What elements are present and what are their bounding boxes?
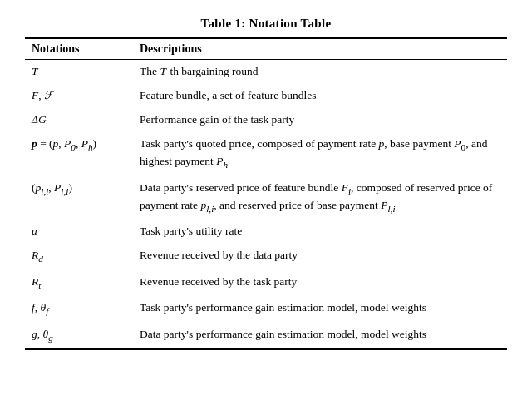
- notation-value: ΔG: [32, 113, 47, 126]
- description-cell: Task party's utility rate: [133, 220, 507, 244]
- description-cell: Performance gain of the task party: [133, 108, 507, 132]
- notation-cell: f, θf: [25, 296, 133, 322]
- notation-cell: F, ℱ: [25, 84, 133, 108]
- description-cell: Revenue received by the task party: [133, 270, 507, 296]
- notation-cell: Rd: [25, 244, 133, 269]
- description-cell: Revenue received by the data party: [133, 244, 507, 269]
- table-row: ΔG Performance gain of the task party: [25, 108, 507, 132]
- table-row: g, θg Data party's performance gain esti…: [25, 323, 507, 349]
- col-header-description: Descriptions: [133, 38, 507, 60]
- table-row: f, θf Task party's performance gain esti…: [25, 296, 507, 322]
- notation-cell: p = (p, P0, Ph): [25, 132, 133, 176]
- notation-value: F: [32, 89, 38, 101]
- notation-cell: g, θg: [25, 323, 133, 349]
- table-row: p = (p, P0, Ph) Task party's quoted pric…: [25, 132, 507, 176]
- description-cell: The T-th bargaining round: [133, 60, 507, 84]
- table-row: T The T-th bargaining round: [25, 60, 507, 84]
- notation-value-2: ℱ: [44, 89, 53, 101]
- description-cell: Data party's reserved price of feature b…: [133, 176, 507, 220]
- table-title: Table 1: Notation Table: [25, 17, 507, 31]
- notation-value: R: [32, 249, 38, 261]
- description-cell: Data party's performance gain estimation…: [133, 323, 507, 349]
- description-cell: Feature bundle, a set of feature bundles: [133, 84, 507, 108]
- table-row: Rd Revenue received by the data party: [25, 244, 507, 269]
- notation-cell: T: [25, 60, 133, 84]
- notation-value: u: [32, 225, 37, 237]
- notation-cell: ΔG: [25, 108, 133, 132]
- notation-cell: (pl,i, Pl,i): [25, 176, 133, 220]
- table-container: Table 1: Notation Table Notations Descri…: [25, 17, 507, 350]
- table-row: (pl,i, Pl,i) Data party's reserved price…: [25, 176, 507, 220]
- notation-cell: Rt: [25, 270, 133, 296]
- notation-value: T: [32, 65, 38, 77]
- description-cell: Task party's quoted price, composed of p…: [133, 132, 507, 176]
- notation-table: Notations Descriptions T The T-th bargai…: [25, 37, 507, 350]
- notation-value: R: [32, 275, 38, 288]
- col-header-notation: Notations: [25, 38, 133, 60]
- table-row: u Task party's utility rate: [25, 220, 507, 244]
- notation-value: g: [32, 328, 37, 340]
- notation-value: p: [32, 137, 37, 150]
- table-row: F, ℱ Feature bundle, a set of feature bu…: [25, 84, 507, 108]
- table-row: Rt Revenue received by the task party: [25, 270, 507, 296]
- notation-cell: u: [25, 220, 133, 244]
- notation-value: f: [32, 301, 35, 314]
- description-cell: Task party's performance gain estimation…: [133, 296, 507, 322]
